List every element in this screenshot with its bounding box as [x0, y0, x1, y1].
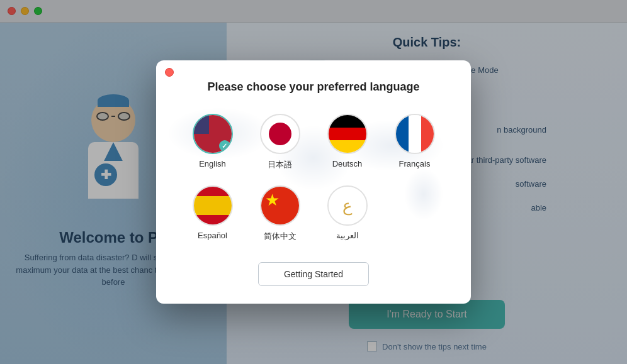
- modal-overlay: Please choose your preferred language ✓ …: [0, 0, 627, 364]
- flag-cn-wrapper: ★: [261, 187, 299, 224]
- modal-world-map: [156, 60, 471, 304]
- selected-check: ✓: [219, 140, 230, 152]
- stripe-yellow: [194, 196, 232, 215]
- flag-es-stripes: [194, 187, 232, 224]
- flag-ar-symbol: ع: [342, 196, 353, 216]
- flag-de-stripes: [329, 115, 366, 153]
- flag-cn: ★: [260, 185, 300, 226]
- flag-es: [193, 185, 233, 226]
- flag-us-canton: [194, 115, 209, 134]
- flag-fr-stripes: [396, 115, 434, 153]
- stripe-red: [329, 128, 366, 140]
- flag-jp-circle: [269, 123, 291, 145]
- stripe-white: [409, 115, 421, 153]
- flag-ar-inner: ع: [329, 187, 366, 224]
- flag-fr: [395, 114, 435, 154]
- flag-jp: [260, 114, 300, 154]
- flag-cn-star: ★: [265, 190, 280, 210]
- flag-de: [327, 114, 368, 154]
- flag-ar: ع: [327, 185, 368, 226]
- flag-us: ✓: [193, 114, 233, 154]
- language-modal: Please choose your preferred language ✓ …: [156, 60, 471, 304]
